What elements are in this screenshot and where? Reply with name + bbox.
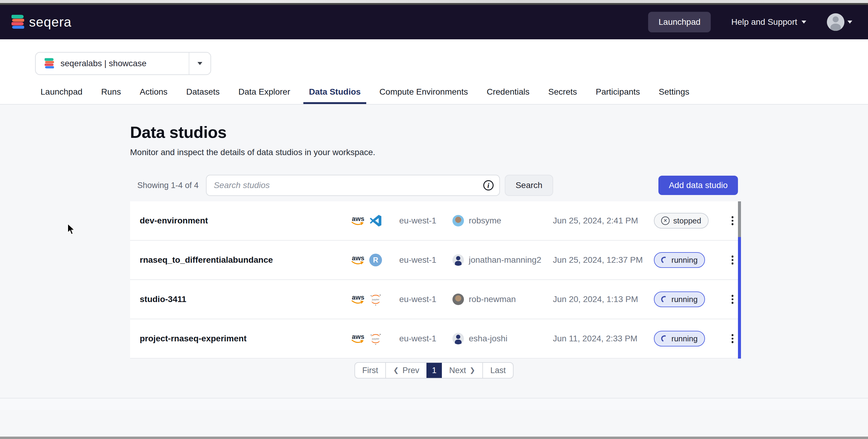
studio-name: rnaseq_to_differentialabundance (140, 255, 351, 265)
rstudio-icon: R (369, 253, 382, 266)
user-avatar (453, 254, 464, 266)
environment-icons: aws R jupyter (351, 214, 399, 227)
scrollbar-thumb[interactable] (738, 201, 741, 237)
pagination-page-1[interactable]: 1 (427, 363, 442, 378)
status-badge: ✕ running (654, 291, 705, 307)
studio-user: jonathan-manning2 (453, 254, 553, 266)
table-row[interactable]: project-rnaseq-experiment aws R (130, 319, 738, 358)
help-and-support-menu[interactable]: Help and Support (731, 17, 806, 27)
studio-name: studio-3411 (140, 294, 351, 304)
chevron-right-icon: ❯ (470, 367, 475, 374)
page-subtitle: Monitor and inspect the details of data … (130, 148, 868, 157)
studios-panel: Showing 1-4 of 4 i Search Add data studi… (130, 169, 738, 379)
tab-settings[interactable]: Settings (659, 87, 689, 104)
tab-data-studios[interactable]: Data Studios (309, 87, 361, 104)
chevron-left-icon: ❮ (393, 367, 399, 374)
page-title: Data studios (130, 123, 868, 142)
workspace-tabs: Launchpad Runs Actions Datasets Data Exp… (0, 75, 868, 104)
search-button[interactable]: Search (505, 175, 554, 196)
workspace-name: seqeralabs | showcase (61, 59, 146, 68)
stopped-icon: ✕ (661, 217, 670, 225)
username: rob-newman (469, 294, 516, 304)
main-content: Data studios Monitor and inspect the det… (0, 104, 868, 422)
tab-secrets[interactable]: Secrets (548, 87, 577, 104)
svg-text:jupyter: jupyter (372, 337, 379, 340)
seqera-logo-icon (11, 14, 25, 30)
studio-user: robsyme (453, 215, 553, 226)
pagination-last[interactable]: Last (483, 363, 513, 378)
browser-chrome-bottom (0, 437, 868, 439)
created-date: Jun 25, 2024, 12:37 PM (553, 255, 654, 265)
jupyter-icon: jupyter (369, 332, 382, 345)
aws-icon: aws (351, 216, 365, 226)
status-badge: ✕ stopped (654, 213, 709, 228)
footer-divider (0, 398, 868, 410)
aws-icon: aws (351, 334, 365, 344)
created-date: Jun 25, 2024, 2:41 PM (553, 216, 654, 225)
logo-wordmark: seqera (29, 14, 72, 30)
app-window: seqera Launchpad Help and Support (0, 0, 868, 439)
tab-launchpad[interactable]: Launchpad (40, 87, 83, 104)
table-row[interactable]: dev-environment aws R jupyter (130, 201, 738, 241)
tab-data-explorer[interactable]: Data Explorer (238, 87, 290, 104)
created-date: Jun 11, 2024, 2:33 PM (553, 334, 654, 343)
tab-runs[interactable]: Runs (101, 87, 121, 104)
table-row[interactable]: rnaseq_to_differentialabundance aws R (130, 241, 738, 280)
running-spinner-icon (660, 295, 669, 304)
scrollbar-track (738, 237, 741, 358)
studio-name: project-rnaseq-experiment (140, 334, 351, 343)
showing-count: Showing 1-4 of 4 (137, 181, 199, 190)
table-row[interactable]: studio-3411 aws R jupyter (130, 280, 738, 319)
pagination-prev[interactable]: ❮ Prev (385, 363, 427, 378)
vscode-icon (369, 214, 382, 227)
search-input-group: i (206, 175, 500, 196)
table-toolbar: Showing 1-4 of 4 i Search Add data studi… (130, 169, 738, 201)
pagination: First ❮ Prev 1 Next ❯ Last (354, 362, 514, 379)
studios-table: dev-environment aws R jupyter (130, 201, 738, 358)
pagination-first[interactable]: First (355, 363, 385, 378)
running-spinner-icon (660, 335, 669, 343)
user-avatar (453, 333, 464, 344)
running-spinner-icon (660, 256, 669, 264)
chevron-down-icon (802, 21, 806, 24)
region-label: eu-west-1 (399, 334, 453, 343)
workspace-selector[interactable]: seqeralabs | showcase (35, 52, 211, 75)
tab-compute-environments[interactable]: Compute Environments (379, 87, 468, 104)
tab-datasets[interactable]: Datasets (186, 87, 220, 104)
username: robsyme (469, 216, 501, 225)
status-badge: ✕ running (654, 331, 705, 346)
add-data-studio-button[interactable]: Add data studio (658, 176, 738, 195)
search-input[interactable] (207, 181, 477, 190)
environment-icons: aws R jupyter (351, 332, 399, 345)
username: esha-joshi (469, 334, 507, 343)
pagination-next[interactable]: Next ❯ (442, 363, 483, 378)
seqera-logo[interactable]: seqera (11, 14, 72, 30)
environment-icons: aws R jupyter (351, 253, 399, 266)
user-avatar (453, 293, 464, 305)
workspace-header: seqeralabs | showcase Launchpad Runs Act… (0, 39, 868, 104)
launchpad-button[interactable]: Launchpad (648, 12, 711, 32)
table-scrollbar[interactable] (738, 201, 741, 358)
region-label: eu-west-1 (399, 294, 453, 304)
region-label: eu-west-1 (399, 255, 453, 265)
studio-user: esha-joshi (453, 333, 553, 344)
workspace-logo-icon (44, 58, 55, 69)
studio-user: rob-newman (453, 293, 553, 305)
info-icon[interactable]: i (477, 180, 499, 190)
workspace-dropdown-toggle[interactable] (189, 53, 211, 74)
tab-credentials[interactable]: Credentials (487, 87, 530, 104)
browser-chrome-top (0, 0, 868, 3)
status-badge: ✕ running (654, 252, 705, 268)
studio-name: dev-environment (140, 216, 351, 225)
region-label: eu-west-1 (399, 216, 453, 225)
tab-participants[interactable]: Participants (596, 87, 640, 104)
aws-icon: aws (351, 294, 365, 305)
user-menu[interactable] (827, 13, 852, 31)
top-navbar: seqera Launchpad Help and Support (0, 5, 868, 39)
user-avatar (453, 215, 464, 226)
created-date: Jun 20, 2024, 1:13 PM (553, 294, 654, 304)
user-avatar (827, 13, 844, 31)
tab-actions[interactable]: Actions (140, 87, 167, 104)
aws-icon: aws (351, 255, 365, 265)
help-label: Help and Support (731, 17, 797, 27)
